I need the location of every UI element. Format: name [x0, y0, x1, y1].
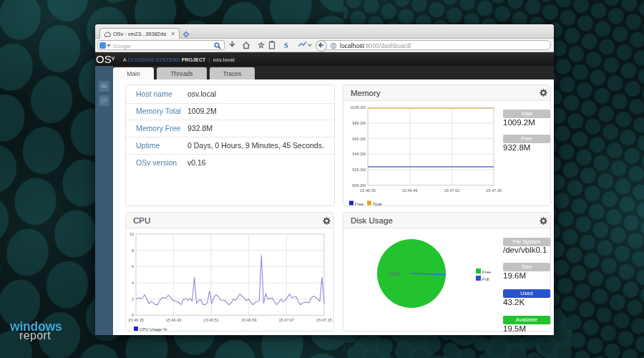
svg-text:100%: 100% — [387, 271, 400, 276]
svg-text:Free: Free — [355, 201, 364, 205]
svg-text:8: 8 — [132, 248, 134, 253]
svg-text:15:47:07: 15:47:07 — [279, 318, 295, 322]
svg-text:Full: Full — [482, 277, 489, 281]
svg-text:4: 4 — [132, 281, 134, 285]
svg-text:15:47:18: 15:47:18 — [486, 188, 502, 192]
svg-text:15:46:43: 15:46:43 — [166, 318, 182, 322]
svg-text:969.2M: 969.2M — [352, 136, 366, 140]
svg-text:15:47:02: 15:47:02 — [444, 188, 460, 192]
svg-text:Free: Free — [482, 270, 492, 274]
svg-text:Total: Total — [373, 201, 382, 205]
svg-text:15:46:35: 15:46:35 — [128, 318, 144, 322]
svg-text:2: 2 — [132, 297, 134, 301]
svg-text:S: S — [284, 42, 288, 49]
svg-text:0: 0 — [132, 313, 134, 317]
svg-text:15:47:15: 15:47:15 — [316, 318, 332, 322]
svg-text:15:46:35: 15:46:35 — [360, 188, 376, 192]
svg-text:CPU Usage %: CPU Usage % — [140, 327, 167, 332]
svg-text:15:46:59: 15:46:59 — [241, 318, 257, 322]
svg-text:949.2M: 949.2M — [352, 152, 366, 156]
svg-text:15:46:51: 15:46:51 — [203, 318, 219, 322]
svg-text:6: 6 — [132, 264, 134, 268]
svg-text:15:46:46: 15:46:46 — [402, 188, 418, 192]
svg-text:909.2M: 909.2M — [352, 183, 366, 187]
svg-text:10: 10 — [130, 232, 134, 236]
svg-text:929.2M: 929.2M — [352, 167, 366, 171]
svg-text:1009.2M: 1009.2M — [350, 105, 366, 110]
svg-text:989.2M: 989.2M — [352, 120, 366, 125]
